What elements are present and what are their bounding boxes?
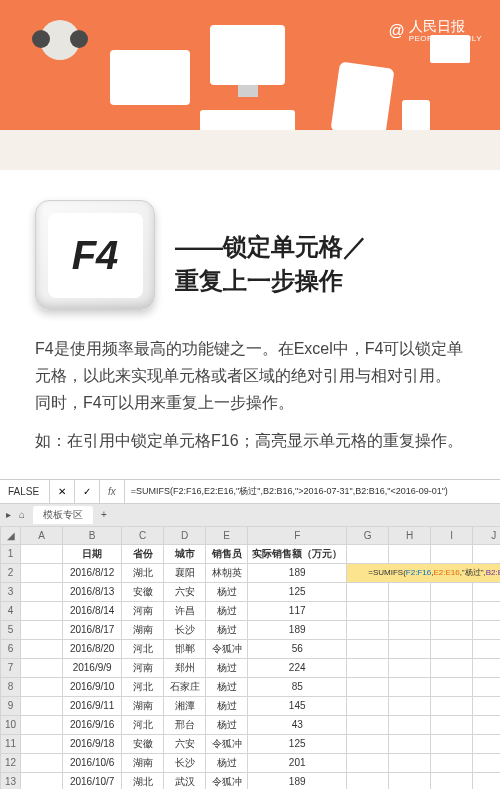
- table-row: 92016/9/11湖南湘潭杨过145: [1, 696, 501, 715]
- brand-logo: @ 人民日报 PEOPLE' S DAILY: [388, 18, 482, 43]
- col-header[interactable]: G: [347, 526, 389, 544]
- row-header[interactable]: 6: [1, 639, 21, 658]
- row-header[interactable]: 4: [1, 601, 21, 620]
- headphones-icon: [40, 20, 80, 60]
- title-line-1: ——锁定单元格／: [175, 230, 465, 264]
- formula-input[interactable]: =SUMIFS(F2:F16,E2:E16,"杨过",B2:B16,">2016…: [125, 485, 500, 498]
- table-row: 22016/8/12湖北襄阳林朝英189=SUMIFS(F2:F16,E2:E1…: [1, 563, 501, 582]
- col-header[interactable]: E: [206, 526, 248, 544]
- col-header[interactable]: D: [164, 526, 206, 544]
- col-header[interactable]: A: [21, 526, 63, 544]
- table-header-row: 1日期省份城市销售员实际销售额（万元）: [1, 544, 501, 563]
- column-header-row: ◢ A B C D E F G H I J K: [1, 526, 501, 544]
- confirm-icon[interactable]: ✓: [75, 480, 100, 503]
- row-header[interactable]: 1: [1, 544, 21, 563]
- at-icon: @: [388, 22, 404, 40]
- row-header[interactable]: 11: [1, 734, 21, 753]
- table-row: 132016/10/7湖北武汉令狐冲189: [1, 772, 501, 789]
- sheet-tab-row: ▸ ⌂ 模板专区 +: [0, 504, 500, 526]
- row-header[interactable]: 12: [1, 753, 21, 772]
- row-header[interactable]: 5: [1, 620, 21, 639]
- editing-cell[interactable]: =SUMIFS(F2:F16,E2:E16,"杨过",B2:B16,">201: [347, 563, 500, 582]
- col-header[interactable]: J: [473, 526, 500, 544]
- select-all-cell[interactable]: ◢: [1, 526, 21, 544]
- add-tab-icon[interactable]: +: [101, 509, 107, 520]
- row-header[interactable]: 7: [1, 658, 21, 677]
- laptop-icon: [110, 50, 190, 105]
- description-2: 如：在引用中锁定单元格F16；高亮显示单元格的重复操作。: [35, 427, 465, 454]
- col-header[interactable]: H: [389, 526, 431, 544]
- col-header[interactable]: C: [122, 526, 164, 544]
- tablet-icon: [330, 62, 394, 139]
- cancel-icon[interactable]: ✕: [50, 480, 75, 503]
- row-header[interactable]: 8: [1, 677, 21, 696]
- header-banner: @ 人民日报 PEOPLE' S DAILY: [0, 0, 500, 170]
- col-header[interactable]: B: [63, 526, 122, 544]
- desk-surface: [0, 130, 500, 170]
- table-row: 52016/8/17湖南长沙杨过189: [1, 620, 501, 639]
- dropdown-icon[interactable]: ▸: [6, 509, 11, 520]
- formula-bar: FALSE ✕ ✓ fx =SUMIFS(F2:F16,E2:E16,"杨过",…: [0, 480, 500, 504]
- row-header[interactable]: 9: [1, 696, 21, 715]
- table-row: 122016/10/6湖南长沙杨过201: [1, 753, 501, 772]
- table-row: 42016/8/14河南许昌杨过117: [1, 601, 501, 620]
- description-1: F4是使用频率最高的功能键之一。在Excel中，F4可以锁定单元格，以此来实现单…: [35, 335, 465, 417]
- key-label: F4: [48, 213, 143, 298]
- monitor-icon: [210, 25, 285, 85]
- col-header[interactable]: I: [431, 526, 473, 544]
- table-row: 112016/9/18安徽六安令狐冲125: [1, 734, 501, 753]
- brand-sub: PEOPLE' S DAILY: [409, 34, 482, 43]
- sheet-tab[interactable]: 模板专区: [33, 506, 93, 524]
- fx-icon[interactable]: fx: [100, 480, 125, 503]
- table-row: 32016/8/13安徽六安杨过125: [1, 582, 501, 601]
- row-header[interactable]: 13: [1, 772, 21, 789]
- spreadsheet-grid[interactable]: ◢ A B C D E F G H I J K 1日期省份城市销售员实际销售额（…: [0, 526, 500, 789]
- name-box[interactable]: FALSE: [0, 480, 50, 503]
- home-icon[interactable]: ⌂: [19, 509, 25, 520]
- row-header[interactable]: 2: [1, 563, 21, 582]
- row-header[interactable]: 10: [1, 715, 21, 734]
- title-line-2: 重复上一步操作: [175, 264, 465, 298]
- col-header[interactable]: F: [248, 526, 347, 544]
- table-row: 72016/9/9河南郑州杨过224: [1, 658, 501, 677]
- excel-screenshot: FALSE ✕ ✓ fx =SUMIFS(F2:F16,E2:E16,"杨过",…: [0, 479, 500, 789]
- keyboard-key: F4: [35, 200, 155, 310]
- table-row: 62016/8/20河北邯郸令狐冲56: [1, 639, 501, 658]
- table-row: 82016/9/10河北石家庄杨过85: [1, 677, 501, 696]
- row-header[interactable]: 3: [1, 582, 21, 601]
- brand-name: 人民日报: [409, 18, 465, 34]
- table-row: 102016/9/16河北邢台杨过43: [1, 715, 501, 734]
